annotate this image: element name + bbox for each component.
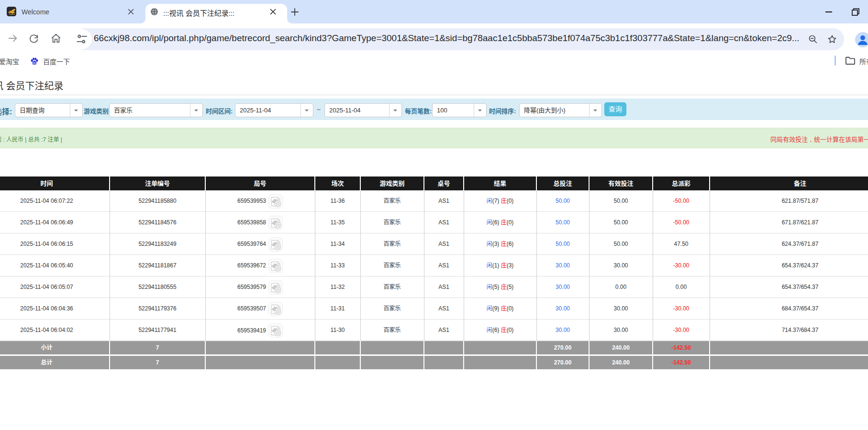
svg-text:du: du xyxy=(33,61,36,65)
